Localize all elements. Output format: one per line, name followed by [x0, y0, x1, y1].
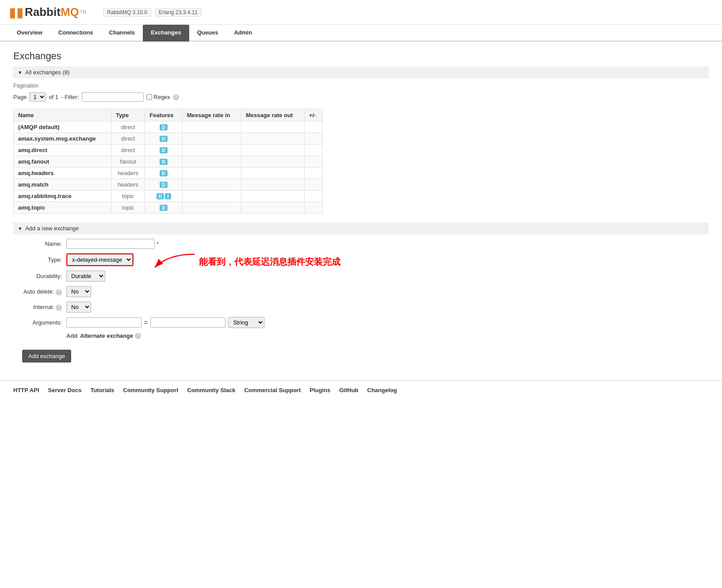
add-exchange-section[interactable]: ▼ Add a new exchange [13, 222, 709, 234]
footer-link[interactable]: Changelog [367, 387, 397, 393]
page-title: Exchanges [13, 50, 709, 62]
exchanges-table: Name Type Features Message rate in Messa… [13, 109, 323, 214]
auto-delete-label: Auto delete: ? [22, 288, 66, 295]
nav-exchanges[interactable]: Exchanges [143, 25, 189, 42]
add-exchange-form: Name: * Type: x-delayed-messagedirectfan… [22, 239, 709, 363]
regex-help[interactable]: ? [173, 94, 179, 100]
arguments-type-select[interactable]: String Number Boolean [228, 317, 264, 328]
all-exchanges-label: All exchanges (8) [25, 69, 69, 76]
auto-delete-help[interactable]: ? [56, 289, 62, 295]
exchange-name[interactable]: amq.headers [14, 168, 111, 179]
arguments-value-input[interactable] [150, 317, 225, 328]
name-row: Name: * [22, 239, 709, 249]
exchange-features: D [145, 122, 183, 133]
exchange-plus-minus [304, 202, 322, 214]
table-row: amq.fanoutfanoutD [14, 156, 323, 168]
add-exchange-button[interactable]: Add exchange [22, 350, 71, 363]
internal-row: Internal: ? No Yes [22, 302, 709, 313]
table-row: amax.system.msg.exchangedirectD [14, 133, 323, 145]
arguments-key-input[interactable] [66, 317, 141, 328]
version-erlang: Erlang 23.3.4.11 [155, 8, 202, 17]
exchange-plus-minus [304, 156, 322, 168]
internal-help[interactable]: ? [56, 305, 62, 311]
regex-label: Regex [154, 94, 171, 100]
col-rate-in: Message rate in [182, 109, 241, 122]
footer-link[interactable]: Server Docs [48, 387, 82, 393]
footer-link[interactable]: Community Slack [187, 387, 235, 393]
annotation-text: 能看到，代表延迟消息插件安装完成 [199, 256, 340, 268]
exchange-rate-in [182, 145, 241, 156]
footer-link[interactable]: GitHub [339, 387, 358, 393]
internal-select[interactable]: No Yes [66, 302, 91, 313]
exchange-plus-minus [304, 133, 322, 145]
exchange-rate-in [182, 122, 241, 133]
page-select[interactable]: 1 [29, 92, 46, 102]
exchange-type: headers [111, 179, 145, 191]
arguments-label: Arguments: [22, 319, 66, 326]
type-select[interactable]: x-delayed-messagedirectfanoutheaderstopi… [67, 254, 133, 265]
exchange-type: topic [111, 191, 145, 202]
exchange-plus-minus [304, 122, 322, 133]
exchange-name[interactable]: amq.match [14, 179, 111, 191]
exchange-plus-minus [304, 168, 322, 179]
exchange-features: D [145, 156, 183, 168]
exchange-name[interactable]: amq.fanout [14, 156, 111, 168]
name-label: Name: [22, 241, 66, 247]
exchange-type: topic [111, 202, 145, 214]
exchange-name[interactable]: amq.direct [14, 145, 111, 156]
auto-delete-row: Auto delete: ? No Yes [22, 286, 709, 297]
add-link[interactable]: Add [66, 332, 77, 339]
nav-channels[interactable]: Channels [101, 25, 143, 42]
exchange-rate-out [241, 179, 304, 191]
exchange-plus-minus [304, 179, 322, 191]
durability-label: Durability: [22, 273, 66, 279]
exchange-features: DI [145, 191, 183, 202]
logo-mq: MQ [61, 5, 79, 19]
alternate-exchange-label: Alternate exchange [80, 332, 133, 339]
collapse-arrow: ▼ [18, 70, 23, 75]
nav-connections[interactable]: Connections [50, 25, 101, 42]
auto-delete-select[interactable]: No Yes [66, 286, 91, 297]
exchange-rate-out [241, 133, 304, 145]
exchange-rate-out [241, 156, 304, 168]
exchange-name[interactable]: (AMQP default) [14, 122, 111, 133]
exchange-plus-minus [304, 191, 322, 202]
exchange-rate-out [241, 168, 304, 179]
table-row: amq.matchheadersD [14, 179, 323, 191]
regex-checkbox[interactable] [146, 94, 152, 100]
filter-input[interactable] [82, 92, 144, 102]
footer-link[interactable]: Tutorials [90, 387, 114, 393]
nav-queues[interactable]: Queues [189, 25, 226, 42]
args-controls: = String Number Boolean [66, 317, 264, 328]
all-exchanges-section[interactable]: ▼ All exchanges (8) [13, 66, 709, 78]
exchange-name[interactable]: amax.system.msg.exchange [14, 133, 111, 145]
exchange-features: D [145, 202, 183, 214]
exchange-name[interactable]: amq.topic [14, 202, 111, 214]
exchange-type: direct [111, 133, 145, 145]
internal-label: Internal: ? [22, 304, 66, 311]
main-content: Exchanges ▼ All exchanges (8) Pagination… [0, 42, 722, 371]
exchange-rate-in [182, 133, 241, 145]
col-plus-minus: +/- [304, 109, 322, 122]
footer-link[interactable]: Commercial Support [244, 387, 301, 393]
exchange-rate-in [182, 168, 241, 179]
type-row: Type: x-delayed-messagedirectfanoutheade… [22, 253, 709, 266]
footer-link[interactable]: HTTP API [13, 387, 39, 393]
table-row: amq.topictopicD [14, 202, 323, 214]
arguments-row: Arguments: = String Number Boolean [22, 317, 709, 328]
durability-select[interactable]: Durable Transient [66, 271, 105, 282]
alternate-help[interactable]: ? [135, 333, 141, 339]
nav-bar: Overview Connections Channels Exchanges … [0, 25, 722, 42]
logo-rabbit: Rabbit [25, 5, 61, 19]
version-rabbitmq: RabbitMQ 3.10.0 [103, 8, 151, 17]
col-features: Features [145, 109, 183, 122]
nav-admin[interactable]: Admin [226, 25, 260, 42]
footer-link[interactable]: Plugins [309, 387, 330, 393]
exchange-type: direct [111, 122, 145, 133]
name-input[interactable] [66, 239, 155, 249]
footer-link[interactable]: Community Support [123, 387, 178, 393]
table-row: amq.directdirectD [14, 145, 323, 156]
exchange-name[interactable]: amq.rabbitmq.trace [14, 191, 111, 202]
exchange-rate-in [182, 156, 241, 168]
nav-overview[interactable]: Overview [9, 25, 50, 42]
